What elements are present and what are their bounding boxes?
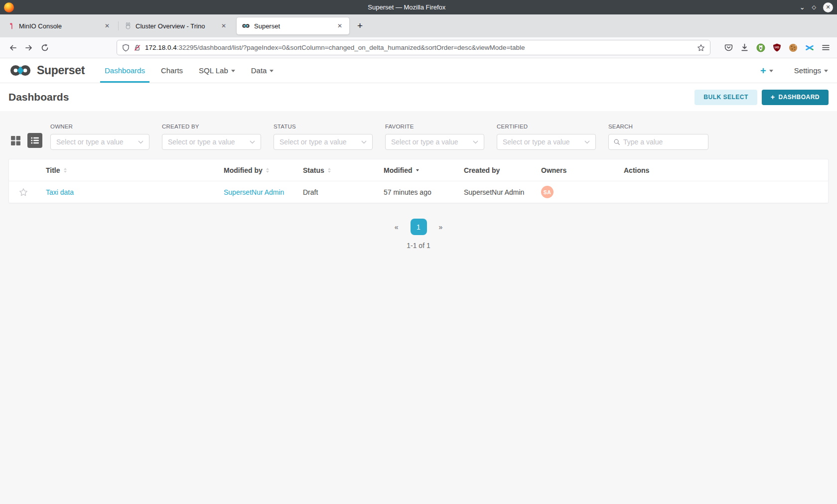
modified-by-cell[interactable]: SupersetNur Admin <box>215 188 294 196</box>
nav-label: Dashboards <box>105 66 145 75</box>
close-button[interactable]: ✕ <box>823 2 833 12</box>
owner-avatar[interactable]: SA <box>541 186 554 198</box>
nav-label: Data <box>251 66 267 75</box>
card-view-toggle[interactable] <box>10 135 21 146</box>
table-header-row: Title Modified by Status Modified Create… <box>9 159 828 181</box>
sparkle-extension-icon[interactable] <box>805 43 814 52</box>
certified-select[interactable]: Select or type a value <box>497 134 596 150</box>
bulk-select-button[interactable]: BULK SELECT <box>695 90 757 105</box>
created-by-select[interactable]: Select or type a value <box>162 134 261 150</box>
pocket-icon[interactable] <box>724 43 733 52</box>
filter-bar: OWNER Select or type a value CREATED BY … <box>0 111 837 150</box>
chevron-down-icon <box>270 70 274 72</box>
superset-navbar: Superset Dashboards Charts SQL Lab Data … <box>0 58 837 83</box>
nav-tab-sql-lab[interactable]: SQL Lab <box>194 58 240 83</box>
select-placeholder: Select or type a value <box>56 138 138 146</box>
chevron-down-icon <box>824 70 828 72</box>
minio-icon <box>8 22 15 29</box>
maximize-button[interactable]: ◇ <box>812 4 816 10</box>
column-header-created-by: Created by <box>455 166 533 174</box>
column-header-title[interactable]: Title <box>37 166 215 174</box>
url-text[interactable]: 172.18.0.4:32295/dashboard/list/?pageInd… <box>145 44 693 51</box>
select-placeholder: Select or type a value <box>279 138 361 146</box>
filter-search: SEARCH <box>608 124 708 150</box>
menu-hamburger-icon[interactable] <box>822 43 830 52</box>
chevron-down-icon <box>473 140 478 144</box>
modified-by-link[interactable]: SupersetNur Admin <box>224 188 284 196</box>
page-title: Dashboards <box>8 91 69 103</box>
filter-owner: OWNER Select or type a value <box>50 124 149 150</box>
plus-icon: + <box>760 66 766 76</box>
dashboard-title-link[interactable]: Taxi data <box>37 188 215 196</box>
tab-trino[interactable]: Cluster Overview - Trino ✕ <box>120 17 233 35</box>
page-1-button[interactable]: 1 <box>411 219 427 235</box>
tab-close-icon[interactable]: ✕ <box>103 21 112 30</box>
bookmark-star-icon[interactable] <box>697 44 705 52</box>
filter-favorite: FAVORITE Select or type a value <box>385 124 484 150</box>
dashboard-title[interactable]: Taxi data <box>46 188 74 196</box>
minimize-button[interactable]: ⌄ <box>800 4 805 10</box>
sort-desc-icon <box>416 169 419 171</box>
list-view-toggle[interactable] <box>27 133 42 148</box>
back-button[interactable] <box>5 41 21 55</box>
nav-label: Charts <box>161 66 183 75</box>
url-host: 172.18.0.4 <box>145 44 177 51</box>
column-header-modified[interactable]: Modified <box>375 166 455 174</box>
new-item-menu-button[interactable]: + <box>760 66 773 76</box>
filter-label: STATUS <box>274 124 373 129</box>
superset-logo-icon <box>8 65 32 76</box>
next-page-button[interactable]: » <box>436 221 446 233</box>
browser-toolbar: 172.18.0.4:32295/dashboard/list/?pageInd… <box>0 37 837 58</box>
column-label: Modified by <box>224 166 263 174</box>
svg-text:UO: UO <box>775 46 779 49</box>
new-dashboard-button[interactable]: + DASHBOARD <box>762 90 829 105</box>
search-input[interactable] <box>623 138 703 146</box>
nav-label: SQL Lab <box>199 66 228 75</box>
search-icon <box>613 138 620 145</box>
cookie-icon[interactable] <box>789 43 798 52</box>
forward-button[interactable] <box>21 41 37 55</box>
previous-page-button[interactable]: « <box>392 221 402 233</box>
nav-tab-dashboards[interactable]: Dashboards <box>100 58 149 83</box>
privacy-badger-icon[interactable] <box>756 43 765 52</box>
tracking-protection-shield-icon[interactable] <box>122 44 130 52</box>
filter-label: SEARCH <box>608 124 708 129</box>
nav-tab-data[interactable]: Data <box>247 58 279 83</box>
filter-created-by: CREATED BY Select or type a value <box>162 124 261 150</box>
column-label: Created by <box>464 166 500 174</box>
column-header-owners: Owners <box>533 166 615 174</box>
chevron-down-icon <box>769 70 773 72</box>
tab-minio-console[interactable]: MinIO Console ✕ <box>3 17 117 35</box>
superset-brand[interactable]: Superset <box>8 58 85 83</box>
settings-menu-button[interactable]: Settings <box>794 66 828 75</box>
tab-label: MinIO Console <box>19 22 103 30</box>
created-by-cell: SupersetNur Admin <box>455 188 533 196</box>
column-label: Status <box>303 166 324 174</box>
extension-icons: UO <box>724 43 830 52</box>
favorite-star-button[interactable] <box>9 188 37 197</box>
pagination: « 1 » <box>0 219 837 235</box>
settings-label: Settings <box>794 66 821 75</box>
nav-tab-charts[interactable]: Charts <box>156 58 187 83</box>
column-header-status[interactable]: Status <box>294 166 375 174</box>
reload-button[interactable] <box>37 41 53 55</box>
tab-close-icon[interactable]: ✕ <box>335 21 344 30</box>
column-header-modified-by[interactable]: Modified by <box>215 166 294 174</box>
chevron-down-icon <box>231 70 235 72</box>
tab-superset[interactable]: Superset ✕ <box>236 17 350 35</box>
download-icon[interactable] <box>740 43 749 52</box>
insecure-lock-icon[interactable] <box>134 44 141 52</box>
url-bar[interactable]: 172.18.0.4:32295/dashboard/list/?pageInd… <box>117 40 710 55</box>
status-select[interactable]: Select or type a value <box>274 134 373 150</box>
plus-icon: + <box>771 93 775 101</box>
modified-cell: 57 minutes ago <box>375 188 455 196</box>
ublock-origin-icon[interactable]: UO <box>773 43 781 52</box>
star-icon <box>19 188 28 197</box>
tab-close-icon[interactable]: ✕ <box>219 21 228 30</box>
owner-select[interactable]: Select or type a value <box>50 134 149 150</box>
column-label: Modified <box>384 166 413 174</box>
row-count-summary: 1-1 of 1 <box>0 242 837 250</box>
firefox-logo-icon <box>4 2 14 12</box>
favorite-select[interactable]: Select or type a value <box>385 134 484 150</box>
new-tab-button[interactable]: + <box>351 20 369 31</box>
